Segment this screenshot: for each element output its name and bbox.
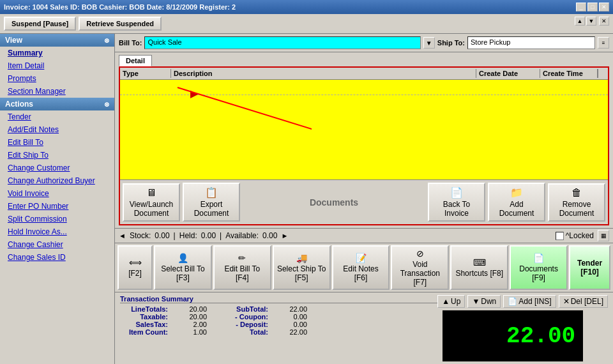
sidebar-item-section-manager[interactable]: Section Manager — [0, 85, 114, 98]
sidebar-item-hold-invoice[interactable]: Hold Invoice As... — [0, 225, 114, 238]
scroll-down-button[interactable]: ▼ — [586, 17, 596, 26]
sidebar: View ⊛ Summary Item Detail Prompts Secti… — [0, 34, 115, 364]
suspend-button[interactable]: Suspend [Pause] — [4, 17, 76, 31]
back-to-invoice-button[interactable]: 📄 Back ToInvoice — [428, 183, 485, 222]
select-ship-to-button[interactable]: 🚚 Select Ship To[F5] — [273, 245, 331, 290]
f2-button[interactable]: ⟺ [F2] — [117, 245, 153, 290]
sidebar-item-split-commission[interactable]: Split Commission — [0, 213, 114, 225]
del-button[interactable]: ✕ Del [DEL] — [559, 295, 608, 308]
edit-notes-button[interactable]: 📝 Edit Notes [F6] — [332, 245, 390, 290]
sidebar-item-change-authorized-buyer[interactable]: Change Authorized Buyer — [0, 174, 114, 187]
bill-to-field[interactable]: Quick Sale — [144, 36, 420, 49]
detail-area: Detail Type Description Create Date Crea… — [115, 52, 613, 228]
documents-label: Documents — [243, 197, 425, 208]
view-section-label: View — [5, 36, 22, 45]
add-ins-icon: 📄 — [508, 297, 517, 306]
actions-chevron-icon[interactable]: ⊛ — [104, 101, 109, 108]
edit-bill-to-button[interactable]: ✏ Edit Bill To [F4] — [213, 245, 271, 290]
ship-to-label: Ship To: — [437, 39, 465, 47]
summary-row-3: SalesTax: 2.00 - Deposit: 0.00 — [120, 321, 437, 328]
item-count-value: 1.00 — [178, 328, 207, 336]
sidebar-item-tender[interactable]: Tender — [0, 110, 114, 123]
remove-document-button[interactable]: 🗑 RemoveDocument — [548, 183, 605, 222]
up-button[interactable]: ▲ Up — [437, 295, 465, 308]
up-label: Up — [451, 297, 460, 306]
nav-right-button[interactable]: ► — [281, 232, 288, 239]
select-bill-to-icon: 👤 — [178, 253, 188, 263]
title-controls: _ □ ✕ — [576, 3, 609, 11]
add-document-icon: 📁 — [510, 186, 523, 199]
sidebar-item-change-customer[interactable]: Change Customer — [0, 162, 114, 174]
function-buttons-row: ⟺ [F2] 👤 Select Bill To[F3] ✏ Edit Bill … — [115, 243, 613, 292]
ship-to-field[interactable]: Store Pickup — [467, 36, 595, 49]
table-scrollbar[interactable] — [598, 69, 608, 78]
summary-action-row: ▲ Up ▼ Dwn 📄 Add [INS] — [437, 295, 608, 308]
stock-value: 0.00 — [155, 231, 169, 240]
add-ins-button[interactable]: 📄 Add [INS] — [503, 295, 556, 308]
held-value: 0.00 — [201, 231, 216, 240]
retrieve-suspended-button[interactable]: Retrieve Suspended — [79, 17, 162, 31]
locked-section: ^Locked — [556, 231, 594, 240]
close-panel-button[interactable]: ✕ — [599, 17, 609, 26]
export-document-button[interactable]: 📋 ExportDocument — [183, 183, 240, 222]
ship-to-scroll-button[interactable]: ≡ — [598, 37, 609, 49]
edit-notes-label: Edit Notes [F6] — [336, 264, 386, 282]
taxable-value: 20.00 — [178, 313, 207, 321]
scroll-up-button[interactable]: ▲ — [575, 17, 585, 26]
title-text: Invoice: 1004 Sales ID: BOB Cashier: BOB… — [4, 3, 236, 11]
grid-view-button[interactable]: ▦ — [598, 230, 609, 241]
actions-section-header: Actions ⊛ — [0, 98, 114, 110]
tender-button[interactable]: Tender[F10] — [569, 245, 610, 290]
locked-checkbox[interactable] — [556, 232, 564, 240]
up-icon: ▲ — [442, 297, 450, 306]
void-transaction-button[interactable]: ⊘ VoidTransaction [F7] — [391, 245, 449, 290]
export-label: ExportDocument — [194, 200, 229, 218]
sidebar-item-edit-ship-to[interactable]: Edit Ship To — [0, 149, 114, 162]
sidebar-item-enter-po-number[interactable]: Enter PO Number — [0, 200, 114, 213]
down-icon: ▼ — [472, 297, 480, 306]
row-type — [120, 86, 171, 89]
view-launch-document-button[interactable]: 🖥 View/LaunchDocument — [123, 183, 180, 222]
total-value: 22.00 — [278, 328, 307, 336]
col-create-time: Create Time — [540, 69, 598, 78]
sidebar-item-change-cashier[interactable]: Change Cashier — [0, 238, 114, 251]
documents-fn-label: Documents [F9] — [513, 264, 564, 282]
select-ship-to-icon: 🚚 — [296, 253, 307, 263]
subtotal-label: SubTotal: — [217, 305, 268, 313]
nav-left-button[interactable]: ◄ — [119, 232, 126, 239]
down-button[interactable]: ▼ Dwn — [467, 295, 501, 308]
table-body: ▶ — [120, 80, 608, 179]
address-bar: Bill To: Quick Sale ▼ Ship To: Store Pic… — [115, 34, 613, 52]
export-icon: 📋 — [205, 186, 218, 199]
close-button[interactable]: ✕ — [599, 3, 609, 11]
shortcuts-label: Shortcuts [F8] — [455, 269, 503, 278]
col-description: Description — [171, 69, 476, 78]
title-bar: Invoice: 1004 Sales ID: BOB Cashier: BOB… — [0, 0, 613, 14]
documents-fn-icon: 📄 — [533, 253, 544, 263]
maximize-button[interactable]: □ — [587, 3, 598, 11]
sidebar-item-prompts[interactable]: Prompts — [0, 72, 114, 85]
tab-detail[interactable]: Detail — [119, 55, 152, 66]
sales-tax-value: 2.00 — [178, 321, 207, 328]
sidebar-item-item-detail[interactable]: Item Detail — [0, 59, 114, 72]
documents-button[interactable]: 📄 Documents [F9] — [510, 245, 568, 290]
minimize-button[interactable]: _ — [576, 3, 586, 11]
sidebar-item-edit-bill-to[interactable]: Edit Bill To — [0, 136, 114, 149]
f2-icon: ⟺ — [129, 257, 142, 268]
summary-area: Transaction Summary LineTotals: 20.00 Su… — [115, 292, 613, 364]
select-bill-to-button[interactable]: 👤 Select Bill To[F3] — [154, 245, 212, 290]
add-document-button[interactable]: 📁 AddDocument — [488, 183, 545, 222]
sidebar-item-add-edit-notes[interactable]: Add/Edit Notes — [0, 123, 114, 136]
sidebar-item-void-invoice[interactable]: Void Invoice — [0, 187, 114, 200]
shortcuts-button[interactable]: ⌨ Shortcuts [F8] — [450, 245, 508, 290]
f2-label: [F2] — [128, 269, 142, 278]
sidebar-item-summary[interactable]: Summary — [0, 47, 114, 59]
item-count-label: Item Count: — [120, 328, 168, 336]
view-chevron-icon[interactable]: ⊛ — [104, 37, 109, 44]
edit-bill-to-label: Edit Bill To [F4] — [217, 264, 268, 282]
red-arrow-icon: ▶ — [190, 87, 198, 100]
sidebar-item-change-sales-id[interactable]: Change Sales ID — [0, 251, 114, 264]
bill-to-dropdown-button[interactable]: ▼ — [423, 37, 435, 49]
coupon-value: 0.00 — [278, 313, 307, 321]
summary-row-1: LineTotals: 20.00 SubTotal: 22.00 — [120, 305, 437, 313]
